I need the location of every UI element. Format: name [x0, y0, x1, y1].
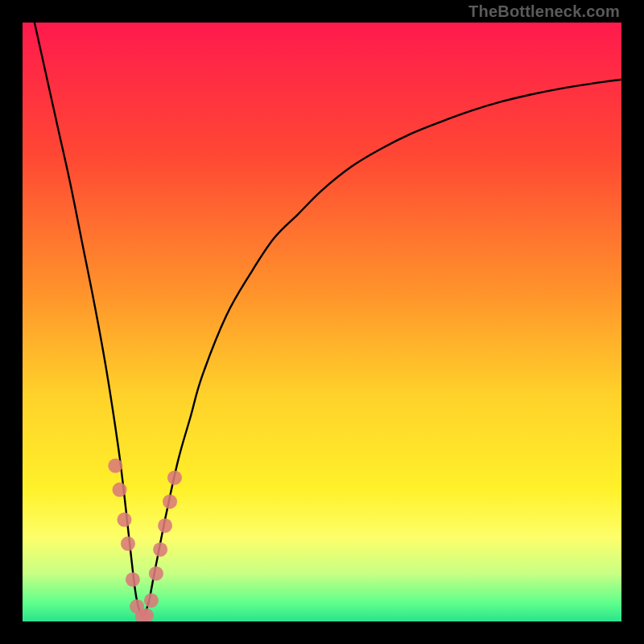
- marker-dot: [144, 593, 159, 608]
- marker-dot: [113, 482, 127, 497]
- marker-dot: [117, 513, 131, 527]
- marker-dot: [167, 470, 182, 485]
- marker-dot: [158, 518, 172, 533]
- marker-dot: [149, 566, 163, 580]
- marker-dot: [153, 543, 167, 557]
- watermark-text: TheBottleneck.com: [469, 3, 620, 19]
- marker-dot: [126, 572, 140, 587]
- marker-dot: [121, 536, 135, 551]
- marker-dot: [108, 459, 122, 473]
- highlight-dots: [108, 459, 182, 621]
- plot-area: [23, 23, 621, 621]
- curve-layer: [23, 23, 621, 621]
- marker-dot: [163, 494, 177, 509]
- chart-frame: TheBottleneck.com: [0, 0, 644, 644]
